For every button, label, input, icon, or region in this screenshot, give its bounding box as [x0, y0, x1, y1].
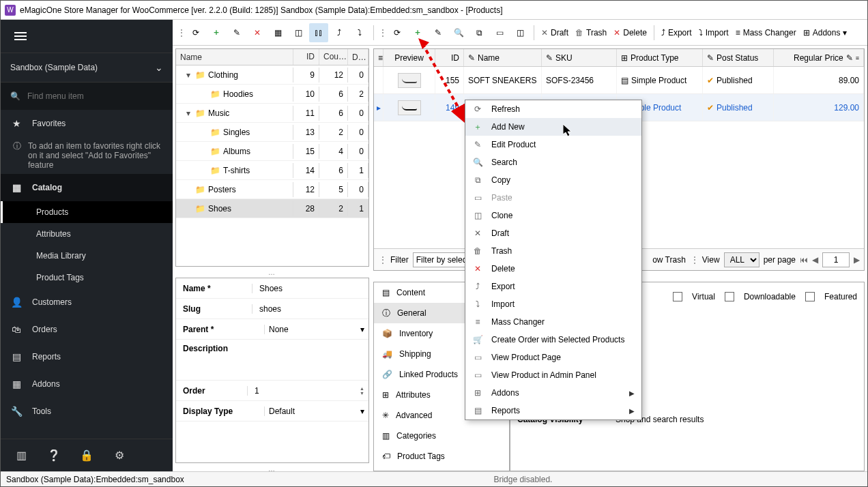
- product-row[interactable]: 155SOFT SNEAKERSSOFS-23456▤ Simple Produ…: [374, 67, 864, 94]
- category-row[interactable]: 📁T-shirts1461: [176, 161, 368, 180]
- search-prod-button[interactable]: 🔍: [449, 23, 468, 42]
- nav-attributes[interactable]: Attributes: [1, 223, 173, 245]
- nav-tools[interactable]: 🔧Tools: [1, 398, 173, 425]
- nav-reports[interactable]: ▤Reports: [1, 343, 173, 370]
- folder-icon: 📁: [195, 108, 205, 118]
- nav-favorites[interactable]: ★Favorites: [1, 110, 173, 137]
- collapse-button[interactable]: ◫: [289, 23, 308, 42]
- splitter-bottom[interactable]: …: [175, 466, 369, 471]
- edit-prod-button[interactable]: ✎: [429, 23, 448, 42]
- menu-add-new[interactable]: ＋Add New: [465, 118, 641, 136]
- page-input[interactable]: [822, 252, 850, 267]
- order-spinner[interactable]: ▲▼: [360, 386, 364, 396]
- category-row[interactable]: 📁Albums1540: [176, 142, 368, 161]
- folder-icon: 📁: [210, 128, 220, 137]
- refresh-button[interactable]: ⟳: [186, 23, 205, 42]
- nav-tags[interactable]: Product Tags: [1, 267, 173, 289]
- category-row[interactable]: 📁Hoodies1062: [176, 85, 368, 104]
- category-row[interactable]: 📁Singles1320: [176, 123, 368, 142]
- menu-export[interactable]: ⤴Export: [465, 278, 641, 295]
- menu-edit-product[interactable]: ✎Edit Product: [465, 136, 641, 153]
- mass-changer-button[interactable]: ≡Mass Changer: [733, 23, 799, 42]
- hamburger-button[interactable]: [1, 20, 173, 53]
- expand-icon[interactable]: ▾: [184, 108, 192, 118]
- archive-icon[interactable]: ▥: [14, 449, 28, 462]
- nav-orders[interactable]: 🛍Orders: [1, 316, 173, 343]
- featured-checkbox[interactable]: [805, 292, 815, 301]
- folder-icon: 📁: [210, 147, 220, 156]
- menu-import[interactable]: ⤵Import: [465, 295, 641, 313]
- menu-search[interactable]: 🔍: [1, 83, 173, 110]
- nav-products[interactable]: Products: [1, 201, 173, 223]
- menu-addons[interactable]: ⊞Addons▶: [465, 384, 641, 402]
- virtual-checkbox[interactable]: [673, 292, 682, 301]
- context-menu: ⟳Refresh＋Add New✎Edit Product🔍Search⧉Cop…: [465, 100, 642, 420]
- store-selector[interactable]: Sandbox (Sample Data) ⌄: [1, 53, 173, 83]
- export-cat-button[interactable]: ⤴: [330, 23, 349, 42]
- prop-order-input[interactable]: [252, 383, 360, 398]
- clone-prod-button[interactable]: ◫: [510, 23, 530, 42]
- split-button[interactable]: ⫿⫿: [309, 23, 328, 42]
- menu-view-product-in-admin-panel[interactable]: ▭View Product in Admin Panel: [465, 366, 641, 384]
- menu-draft[interactable]: ✕Draft: [465, 224, 641, 242]
- menu-clone[interactable]: ◫Clone: [465, 207, 641, 224]
- import-button[interactable]: ⤵Import: [696, 23, 732, 42]
- menu-create-order-with-selected-products[interactable]: 🛒Create Order with Selected Products: [465, 331, 641, 349]
- drag-handle-2[interactable]: ⋮: [378, 27, 386, 38]
- menu-reports[interactable]: ▤Reports▶: [465, 402, 641, 419]
- nav-catalog[interactable]: ▦Catalog: [1, 174, 173, 201]
- delete-cat-button[interactable]: ✕: [248, 23, 267, 42]
- drag-handle[interactable]: ⋮: [177, 27, 185, 38]
- export-button[interactable]: ⤴Export: [659, 23, 695, 42]
- drag-handle[interactable]: ⋮: [378, 254, 386, 265]
- category-row[interactable]: 📁Shoes2821: [176, 199, 368, 218]
- grid-icon: ▦: [10, 379, 23, 389]
- add-prod-button[interactable]: ＋: [408, 23, 427, 42]
- category-row[interactable]: ▾📁Clothing9120: [176, 65, 368, 85]
- menu-view-product-page[interactable]: ▭View Product Page: [465, 349, 641, 366]
- copy-prod-button[interactable]: ⧉: [469, 23, 489, 42]
- edit-button[interactable]: ✎: [227, 23, 246, 42]
- lock-icon[interactable]: 🔒: [80, 449, 93, 462]
- draft-button[interactable]: ✕Draft: [538, 23, 571, 42]
- trash-button[interactable]: 🗑Trash: [573, 23, 609, 42]
- add-button[interactable]: ＋: [207, 23, 226, 42]
- user-icon: 👤: [10, 297, 23, 308]
- refresh-prod-button[interactable]: ⟳: [388, 23, 407, 42]
- downloadable-checkbox[interactable]: [725, 292, 734, 301]
- nav-addons[interactable]: ▦Addons: [1, 370, 173, 398]
- nav-media[interactable]: Media Library: [1, 245, 173, 267]
- menu-mass-changer[interactable]: ≡Mass Changer: [465, 313, 641, 331]
- menu-icon: ≡: [472, 317, 483, 327]
- menu-search[interactable]: 🔍Search: [465, 153, 641, 171]
- menu-delete[interactable]: ✕Delete: [465, 260, 641, 278]
- dropdown-icon[interactable]: ▾: [360, 407, 364, 416]
- prop-slug-input[interactable]: [257, 301, 364, 316]
- submenu-arrow-icon: ▶: [629, 407, 635, 415]
- addons-button[interactable]: ⊞Addons▾: [800, 23, 850, 42]
- detail-tab-categories[interactable]: ▥Categories: [374, 426, 509, 446]
- delete-button[interactable]: ✕Delete: [611, 23, 650, 42]
- help-icon[interactable]: ❔: [47, 449, 61, 462]
- category-tree[interactable]: Name ID Cou… D…≡ ▾📁Clothing9120📁Hoodies1…: [175, 48, 369, 267]
- menu-copy[interactable]: ⧉Copy: [465, 171, 641, 189]
- menu-trash[interactable]: 🗑Trash: [465, 242, 641, 260]
- first-page-icon[interactable]: ⏮: [800, 255, 808, 265]
- detail-tab-product-tags[interactable]: 🏷Product Tags: [374, 446, 509, 467]
- menu-search-input[interactable]: [27, 91, 136, 101]
- splitter-horizontal[interactable]: …: [175, 269, 369, 275]
- prop-name-input[interactable]: [257, 281, 364, 296]
- menu-refresh[interactable]: ⟳Refresh: [465, 100, 641, 118]
- expand-icon[interactable]: ▾: [184, 70, 192, 80]
- nav-customers[interactable]: 👤Customers: [1, 289, 173, 316]
- category-row[interactable]: ▾📁Music1160: [176, 104, 368, 123]
- next-page-icon[interactable]: ▶: [854, 255, 860, 265]
- prev-page-icon[interactable]: ◀: [812, 255, 818, 265]
- category-row[interactable]: 📁Posters1250: [176, 180, 368, 199]
- paste-prod-button[interactable]: ▭: [490, 23, 509, 42]
- import-cat-button[interactable]: ⤵: [350, 23, 369, 42]
- gear-icon[interactable]: ⚙: [113, 449, 126, 462]
- dropdown-icon[interactable]: ▾: [360, 325, 364, 334]
- calendar-button[interactable]: ▦: [268, 23, 287, 42]
- view-select[interactable]: ALL: [724, 252, 760, 267]
